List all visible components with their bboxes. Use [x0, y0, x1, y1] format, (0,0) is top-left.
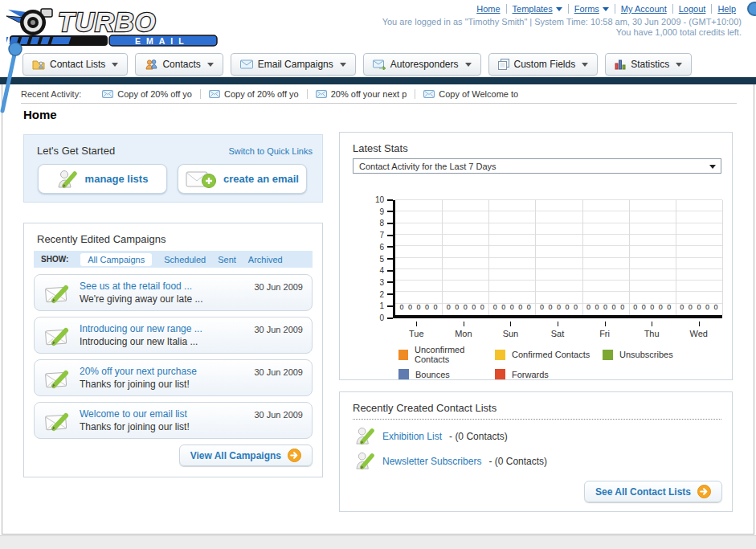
campaign-subtitle: Thanks for joining our list! [80, 379, 304, 390]
chart-gridline-vertical [535, 200, 536, 315]
recent-activity-item[interactable]: Copy of 20% off yo [94, 89, 200, 99]
campaign-row[interactable]: Introducing our new range ... Introducin… [34, 317, 313, 354]
create-email-button[interactable]: create an email [178, 164, 307, 194]
tab-label: Contacts [162, 59, 200, 70]
legend-item: Bounces [398, 369, 495, 379]
tab-custom-fields[interactable]: Custom Fields [488, 53, 599, 76]
header-link-home[interactable]: Home [471, 4, 505, 14]
chart-y-tick: 2 [379, 290, 393, 299]
contact-lists-panel: Recently Created Contact Lists Exhibitio… [339, 391, 733, 512]
chart-value-labels-group: 00000 [442, 303, 488, 311]
recent-activity-item[interactable]: 20% off your next p [307, 89, 415, 99]
campaign-date: 30 Jun 2009 [254, 367, 303, 377]
chart-x-tick-mark [464, 322, 464, 326]
chart-value-labels-group: 00000 [535, 303, 582, 311]
chart-gridline-horizontal [395, 199, 722, 200]
tab-autoresponders[interactable]: Autoresponders [363, 53, 481, 76]
chart-y-tick: 5 [379, 255, 393, 264]
pin-decoration [0, 40, 27, 114]
create-email-label: create an email [223, 173, 299, 185]
filter-archived[interactable]: Archived [248, 255, 283, 264]
legend-swatch [495, 369, 505, 379]
header-link-forms[interactable]: Forms [568, 4, 615, 14]
tab-label: Custom Fields [514, 59, 576, 70]
chart-gridline-horizontal [395, 291, 722, 292]
chart-y-tick-mark [387, 293, 393, 295]
chart-value-labels-group: 00000 [629, 303, 676, 311]
stats-period-select[interactable]: Contact Activity for the Last 7 Days [353, 158, 721, 174]
header-link-logout[interactable]: Logout [672, 4, 712, 14]
chart-value-labels-group: 00000 [676, 303, 722, 311]
see-all-contact-lists-label: See All Contact Lists [595, 486, 691, 498]
campaign-date: 30 Jun 2009 [254, 410, 303, 420]
chart-y-tick: 6 [379, 243, 393, 252]
contact-lists-title: Recently Created Contact Lists [353, 402, 497, 414]
chart-gridline-horizontal [395, 245, 722, 246]
chart-gridline-horizontal [395, 257, 722, 258]
statistics-bar-chart-icon [615, 59, 626, 70]
footer-strip [0, 535, 756, 549]
credits-text: You have 1,000 total credits left. [616, 27, 742, 37]
chart-gridline-horizontal [395, 211, 722, 211]
contact-list-link[interactable]: Newsletter Subscribers [382, 456, 481, 467]
chevron-down-icon [112, 63, 118, 67]
campaign-row[interactable]: 20% off your next purchase Thanks for jo… [34, 359, 313, 396]
x-axis-label: Sat [534, 322, 582, 338]
recent-activity-text: Copy of 20% off yo [224, 89, 299, 99]
tab-statistics[interactable]: Statistics [605, 53, 692, 76]
envelope-icon [102, 90, 113, 98]
tab-contacts[interactable]: Contacts [135, 53, 223, 76]
x-axis-label: Sun [487, 322, 534, 338]
chevron-down-icon [603, 7, 609, 11]
recent-activity-item[interactable]: Copy of 20% off yo [200, 89, 307, 99]
email-envelope-icon [240, 59, 253, 69]
header-links: Home Templates Forms My Account Logout H… [471, 4, 742, 14]
header-link-templates[interactable]: Templates [506, 4, 568, 14]
chevron-down-icon [340, 63, 346, 67]
chart-legend: Unconfirmed ContactsConfirmed ContactsUn… [398, 345, 673, 379]
filter-scheduled[interactable]: Scheduled [164, 255, 206, 264]
see-all-contact-lists-button[interactable]: See All Contact Lists [584, 481, 722, 502]
envelope-icon [423, 90, 435, 98]
get-started-buttons: manage lists create an email [38, 164, 307, 194]
person-pencil-icon [355, 426, 375, 446]
recent-activity-label: Recent Activity: [21, 89, 81, 99]
recent-activity-item[interactable]: Copy of Welcome to [415, 89, 526, 99]
filter-all-campaigns[interactable]: All Campaigns [80, 253, 152, 266]
campaign-row[interactable]: See us at the retail food ... We're givi… [34, 274, 313, 311]
contact-list-count: - (0 Contacts) [488, 456, 547, 467]
legend-item: Forwards [495, 369, 603, 379]
x-axis-label: Thu [628, 322, 676, 338]
chart-x-tick-mark [510, 322, 511, 326]
header-link-help[interactable]: Help [711, 4, 742, 14]
filter-sent[interactable]: Sent [218, 255, 236, 264]
corner-dot-decoration [747, 2, 756, 16]
contact-list-link[interactable]: Exhibition List [382, 431, 442, 442]
tab-label: Email Campaigns [258, 59, 333, 70]
select-arrow-icon [709, 165, 716, 169]
turbo-email-logo: TURBO EMAIL [6, 3, 222, 51]
chart-x-tick-mark [605, 322, 606, 326]
contact-activity-chart: 012345678910 000000000000000000000000000… [353, 182, 722, 343]
switch-to-quick-links[interactable]: Switch to Quick Links [228, 146, 313, 156]
campaign-filter-bar: SHOW: All Campaigns Scheduled Sent Archi… [34, 251, 313, 268]
tab-contact-lists[interactable]: Contact Lists [22, 53, 128, 76]
manage-lists-label: manage lists [85, 173, 149, 185]
manage-lists-button[interactable]: manage lists [38, 164, 167, 194]
chart-value-labels-group: 00000 [582, 303, 629, 311]
recent-activity-text: 20% off your next p [331, 89, 407, 99]
chart-gridline-horizontal [395, 234, 722, 235]
chart-value-labels-group: 00000 [488, 303, 535, 311]
chevron-down-icon [676, 63, 682, 67]
envelope-pencil-icon [43, 281, 71, 305]
header-link-my-account[interactable]: My Account [615, 4, 672, 14]
chart-y-axis: 012345678910 [353, 200, 393, 318]
chart-y-tick: 9 [379, 207, 393, 216]
campaign-row[interactable]: Welcome to our email list Thanks for joi… [34, 402, 313, 439]
tab-email-campaigns[interactable]: Email Campaigns [231, 53, 356, 76]
chevron-down-icon [465, 63, 472, 67]
view-all-campaigns-button[interactable]: View All Campaigns [179, 445, 313, 466]
campaign-list: See us at the retail food ... We're givi… [34, 274, 313, 445]
contacts-people-icon [145, 59, 157, 70]
legend-swatch [398, 369, 409, 379]
